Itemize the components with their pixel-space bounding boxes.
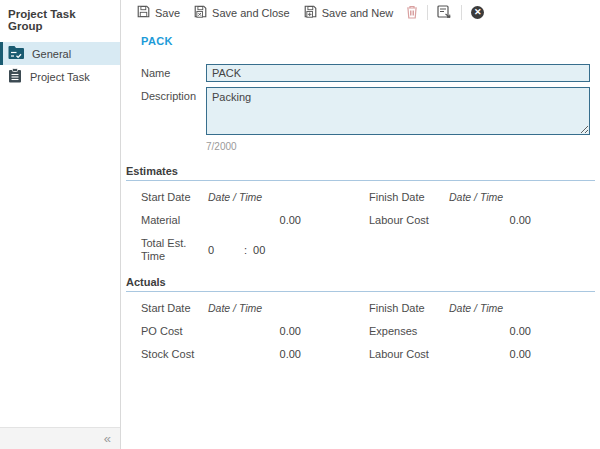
total-est-time-separator: : [244, 244, 247, 257]
record-title: PACK [141, 35, 595, 47]
total-est-time-field[interactable]: 0 : 00 [208, 237, 301, 263]
actuals-section: Actuals Start Date Date / Time Finish Da… [126, 276, 595, 361]
copy-document-icon [437, 5, 452, 21]
estimates-section: Estimates Start Date Date / Time Finish … [126, 165, 595, 263]
save-button[interactable]: Save [130, 2, 187, 23]
app-window: Project Task Group General [0, 0, 600, 449]
actuals-labour-cost-label: Labour Cost [369, 348, 449, 361]
estimates-labour-cost-label: Labour Cost [369, 214, 449, 227]
toolbar-separator [427, 5, 428, 20]
total-est-time-label: Total Est. Time [141, 237, 208, 263]
actuals-grid: Start Date Date / Time Finish Date Date … [126, 292, 595, 361]
actuals-start-date-field[interactable]: Date / Time [208, 302, 301, 315]
form-content: PACK Name Description Packing 7/2000 Est… [121, 25, 600, 449]
save-and-new-label: Save and New [322, 7, 394, 19]
save-and-close-button[interactable]: Save and Close [187, 2, 297, 23]
delete-button[interactable] [400, 2, 424, 24]
name-label: Name [141, 64, 206, 82]
actuals-labour-cost-value[interactable]: 0.00 [449, 348, 531, 361]
name-description-form: Name Description Packing 7/2000 [141, 64, 590, 152]
actuals-start-date-label: Start Date [141, 302, 208, 315]
sidebar-nav: General Project Task [0, 42, 120, 88]
toolbar: Save Save and Close [121, 0, 600, 25]
sidebar-footer: « [0, 427, 120, 449]
actuals-finish-date-field[interactable]: Date / Time [449, 302, 531, 315]
estimates-finish-date-field[interactable]: Date / Time [449, 191, 531, 204]
actuals-finish-date-label: Finish Date [369, 302, 449, 315]
sidebar-item-project-task[interactable]: Project Task [0, 65, 120, 88]
description-input[interactable]: Packing [206, 87, 590, 135]
expenses-value[interactable]: 0.00 [449, 325, 531, 338]
estimates-start-date-field[interactable]: Date / Time [208, 191, 301, 204]
stock-cost-label: Stock Cost [141, 348, 208, 361]
main-panel: Save Save and Close [121, 0, 600, 449]
save-label: Save [155, 7, 180, 19]
trash-icon [406, 5, 418, 21]
toolbar-separator [461, 5, 462, 20]
po-cost-label: PO Cost [141, 325, 208, 338]
close-icon: ✕ [471, 6, 484, 19]
save-and-close-label: Save and Close [212, 7, 290, 19]
sidebar-item-label: General [32, 48, 71, 60]
po-cost-value[interactable]: 0.00 [208, 325, 301, 338]
description-label: Description [141, 87, 206, 135]
name-input[interactable] [206, 64, 590, 82]
sidebar: Project Task Group General [0, 0, 121, 449]
save-and-new-button[interactable]: Save and New [297, 2, 401, 23]
save-and-close-icon [194, 5, 207, 20]
estimates-labour-cost-value[interactable]: 0.00 [449, 214, 531, 227]
total-est-time-minutes[interactable]: 00 [253, 244, 265, 257]
stock-cost-value[interactable]: 0.00 [208, 348, 301, 361]
material-label: Material [141, 214, 208, 227]
material-value[interactable]: 0.00 [208, 214, 301, 227]
total-est-time-hours[interactable]: 0 [208, 244, 244, 257]
estimates-section-title: Estimates [126, 165, 595, 181]
save-and-new-icon [304, 5, 317, 20]
sidebar-item-general[interactable]: General [0, 42, 120, 65]
general-form-icon [8, 46, 24, 62]
expenses-label: Expenses [369, 325, 449, 338]
copy-to-new-button[interactable] [431, 2, 458, 24]
clipboard-icon [8, 68, 22, 85]
estimates-finish-date-label: Finish Date [369, 191, 449, 204]
sidebar-item-label: Project Task [30, 71, 90, 83]
save-icon [137, 5, 150, 20]
close-button[interactable]: ✕ [465, 3, 490, 22]
description-char-counter: 7/2000 [206, 141, 590, 152]
estimates-grid: Start Date Date / Time Finish Date Date … [126, 181, 595, 263]
actuals-section-title: Actuals [126, 276, 595, 292]
estimates-start-date-label: Start Date [141, 191, 208, 204]
sidebar-title: Project Task Group [0, 0, 120, 36]
collapse-sidebar-button[interactable]: « [104, 432, 111, 445]
